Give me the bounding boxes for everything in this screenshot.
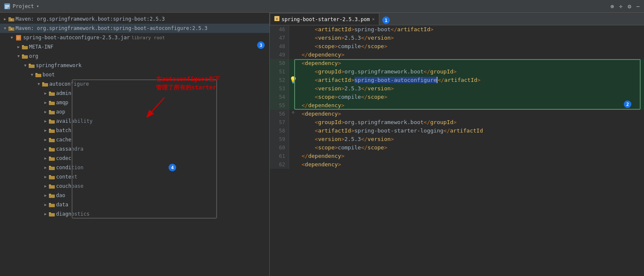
svg-rect-29 [49,111,55,114]
tree-item-aop[interactable]: ▶ aop [0,107,269,116]
line-num-48: 48 [270,42,289,51]
svg-rect-43 [49,176,55,179]
code-line-53: 53 <version>2.5.3</version> [270,84,644,93]
svg-rect-34 [49,129,51,130]
tree-label-boot: boot [43,72,55,78]
tree-item-amqp[interactable]: ▶ amqp [0,98,269,107]
tree-item-availability[interactable]: ▶ availability [0,116,269,126]
badge-3: 3 [257,41,265,49]
tree-item-condition[interactable]: ▶ condition [0,163,269,172]
svg-rect-23 [42,83,48,87]
tree-item-autoconfigure[interactable]: ▼ autoconfigure [0,79,269,89]
svg-rect-18 [22,54,24,56]
svg-rect-35 [49,139,55,142]
line-num-47: 47 [270,34,289,42]
svg-rect-24 [42,82,44,84]
svg-rect-42 [49,166,51,167]
tree-item-org[interactable]: ▼ org [0,51,269,61]
gutter-52: 💡 [289,76,298,84]
gutter-58 [289,127,298,135]
line-content-52: <artifactId>spring-boot-autoconfigure</a… [298,76,644,84]
gutter-51 [289,68,298,76]
svg-rect-25 [49,92,55,96]
project-tree[interactable]: ▶ M Maven: org.springframework.boot:spri… [0,13,269,276]
tree-item-maven2[interactable]: ▼ M Maven: org.springframework.boot:spri… [0,24,269,33]
line-num-50: 50 [270,59,289,68]
tree-label-condition: condition [56,165,83,170]
tree-item-jar[interactable]: ▼ spring-boot-autoconfigure-2.5.3.jar li… [0,33,269,42]
svg-rect-22 [35,73,38,74]
code-line-51: 51 <groupId>org.springframework.boot</gr… [270,68,644,76]
tree-label-maven1: Maven: org.springframework.boot:spring-b… [16,16,165,22]
line-content-61: </dependency> [298,152,644,160]
tree-item-boot[interactable]: ▼ boot [0,70,269,79]
tree-label-jar: spring-boot-autoconfigure-2.5.3.jar [23,35,130,41]
gutter-46 [289,25,298,34]
svg-rect-21 [35,74,41,77]
gutter-61 [289,152,298,160]
settings-icon[interactable]: ⚙ [628,3,631,10]
svg-rect-36 [49,138,51,139]
folder-icon-aop [49,110,55,114]
jar-icon [15,35,22,41]
svg-rect-2 [5,6,9,7]
tree-item-codec[interactable]: ▶ codec [0,154,269,163]
svg-rect-33 [49,130,55,133]
code-line-56: 56 ◇ <dependency> [270,110,644,118]
svg-rect-1 [5,5,9,6]
tree-item-cassandra[interactable]: ▶ cassandra [0,144,269,154]
line-num-61: 61 [270,152,289,160]
folder-icon-autoconfigure [42,82,48,87]
code-line-57: 57 <groupId>org.springframework.boot</gr… [270,118,644,127]
tree-label-maven2: Maven: org.springframework.boot:spring-b… [16,25,207,31]
line-num-59: 59 [270,135,289,143]
code-editor[interactable]: 2 46 <artifactId>spring-boot</artifactId… [270,25,644,276]
folder-icon-meta [22,45,28,49]
line-content-46: <artifactId>spring-boot</artifactId> [298,25,644,34]
tab-label: spring-boot-starter-2.5.3.pom [282,16,370,22]
tree-label-data: data [56,202,68,208]
minimize-icon[interactable]: − [636,3,640,10]
globe-icon[interactable]: ⊕ [610,3,614,10]
tree-label-admin: admin [56,90,71,96]
line-content-54: <scope>compile</scope> [298,93,644,101]
svg-rect-28 [49,101,51,102]
folder-icon-org [22,54,28,59]
tree-label-batch: batch [56,127,71,133]
tree-item-springframework[interactable]: ▼ springframework [0,61,269,70]
arrow-couchbase: ▶ [42,184,49,188]
tree-item-diagnostics[interactable]: ▶ diagnostics [0,209,269,219]
tree-item-couchbase[interactable]: ▶ couchbase [0,181,269,191]
gutter-49 [289,51,298,59]
tree-item-dao[interactable]: ▶ dao [0,191,269,200]
project-dropdown-icon[interactable]: ▾ [37,4,39,8]
tab-close-icon[interactable]: × [372,16,375,22]
arrow-codec: ▶ [42,156,49,160]
arrow-data: ▶ [42,203,49,207]
line-num-56: 56 [270,110,289,118]
tree-label-aop: aop [56,109,65,115]
tree-item-admin[interactable]: ▶ admin [0,89,269,98]
arrow-admin: ▶ [42,91,49,95]
line-content-62: <dependency> [298,160,644,169]
arrow-meta: ▶ [15,45,22,49]
line-content-55: </dependency> [298,101,644,110]
tree-item-data[interactable]: ▶ data [0,200,269,209]
svg-rect-26 [49,92,51,93]
tree-item-cache[interactable]: ▶ cache [0,135,269,144]
tree-item-batch[interactable]: ▶ batch [0,126,269,135]
tree-item-maven1[interactable]: ▶ M Maven: org.springframework.boot:spri… [0,14,269,24]
folder-icon-springframework [29,63,35,68]
title-bar: Project ▾ ⊕ ÷ ⚙ − [0,0,644,13]
split-icon[interactable]: ÷ [619,3,623,10]
arrow-boot: ▼ [29,73,35,77]
tab-pom[interactable]: X spring-boot-starter-2.5.3.pom × [270,13,379,25]
tree-label-availability: availability [56,118,93,124]
project-title[interactable]: Project [13,3,34,9]
arrow-condition: ▶ [42,165,49,170]
svg-rect-27 [49,102,55,105]
line-num-49: 49 [270,51,289,59]
tree-item-context[interactable]: ▶ context [0,172,269,181]
tree-item-meta[interactable]: ▶ META-INF [0,42,269,51]
svg-text:M: M [11,19,12,21]
